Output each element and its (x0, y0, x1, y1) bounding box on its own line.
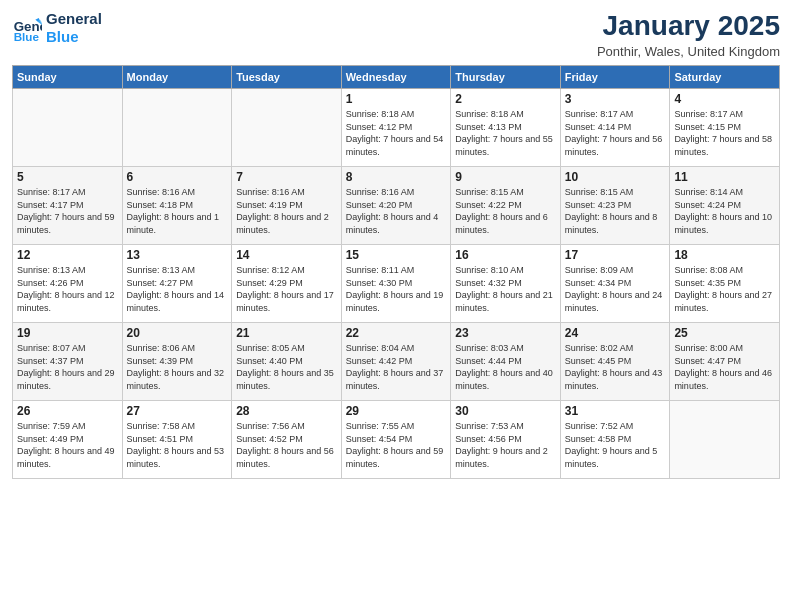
day-number: 2 (455, 92, 556, 106)
table-row: 16Sunrise: 8:10 AM Sunset: 4:32 PM Dayli… (451, 245, 561, 323)
day-number: 9 (455, 170, 556, 184)
table-row: 11Sunrise: 8:14 AM Sunset: 4:24 PM Dayli… (670, 167, 780, 245)
day-info: Sunrise: 8:11 AM Sunset: 4:30 PM Dayligh… (346, 264, 447, 314)
day-info: Sunrise: 8:09 AM Sunset: 4:34 PM Dayligh… (565, 264, 666, 314)
table-row (670, 401, 780, 479)
day-info: Sunrise: 8:13 AM Sunset: 4:26 PM Dayligh… (17, 264, 118, 314)
day-number: 7 (236, 170, 337, 184)
table-row: 28Sunrise: 7:56 AM Sunset: 4:52 PM Dayli… (232, 401, 342, 479)
day-number: 22 (346, 326, 447, 340)
table-row: 12Sunrise: 8:13 AM Sunset: 4:26 PM Dayli… (13, 245, 123, 323)
week-row-1: 5Sunrise: 8:17 AM Sunset: 4:17 PM Daylig… (13, 167, 780, 245)
day-number: 1 (346, 92, 447, 106)
calendar-table: Sunday Monday Tuesday Wednesday Thursday… (12, 65, 780, 479)
week-row-3: 19Sunrise: 8:07 AM Sunset: 4:37 PM Dayli… (13, 323, 780, 401)
day-number: 10 (565, 170, 666, 184)
day-info: Sunrise: 8:08 AM Sunset: 4:35 PM Dayligh… (674, 264, 775, 314)
day-number: 28 (236, 404, 337, 418)
day-number: 17 (565, 248, 666, 262)
table-row: 30Sunrise: 7:53 AM Sunset: 4:56 PM Dayli… (451, 401, 561, 479)
day-number: 31 (565, 404, 666, 418)
day-number: 26 (17, 404, 118, 418)
col-sunday: Sunday (13, 66, 123, 89)
col-monday: Monday (122, 66, 232, 89)
day-number: 4 (674, 92, 775, 106)
table-row (122, 89, 232, 167)
table-row: 25Sunrise: 8:00 AM Sunset: 4:47 PM Dayli… (670, 323, 780, 401)
day-number: 24 (565, 326, 666, 340)
day-info: Sunrise: 8:02 AM Sunset: 4:45 PM Dayligh… (565, 342, 666, 392)
day-info: Sunrise: 8:12 AM Sunset: 4:29 PM Dayligh… (236, 264, 337, 314)
table-row: 31Sunrise: 7:52 AM Sunset: 4:58 PM Dayli… (560, 401, 670, 479)
table-row: 14Sunrise: 8:12 AM Sunset: 4:29 PM Dayli… (232, 245, 342, 323)
title-area: January 2025 Ponthir, Wales, United King… (597, 10, 780, 59)
day-number: 12 (17, 248, 118, 262)
table-row: 19Sunrise: 8:07 AM Sunset: 4:37 PM Dayli… (13, 323, 123, 401)
day-info: Sunrise: 8:15 AM Sunset: 4:22 PM Dayligh… (455, 186, 556, 236)
svg-text:Blue: Blue (14, 30, 40, 43)
week-row-0: 1Sunrise: 8:18 AM Sunset: 4:12 PM Daylig… (13, 89, 780, 167)
day-number: 16 (455, 248, 556, 262)
table-row: 18Sunrise: 8:08 AM Sunset: 4:35 PM Dayli… (670, 245, 780, 323)
col-saturday: Saturday (670, 66, 780, 89)
day-info: Sunrise: 7:53 AM Sunset: 4:56 PM Dayligh… (455, 420, 556, 470)
table-row: 3Sunrise: 8:17 AM Sunset: 4:14 PM Daylig… (560, 89, 670, 167)
day-info: Sunrise: 8:17 AM Sunset: 4:15 PM Dayligh… (674, 108, 775, 158)
table-row: 23Sunrise: 8:03 AM Sunset: 4:44 PM Dayli… (451, 323, 561, 401)
day-number: 11 (674, 170, 775, 184)
logo-line2: Blue (46, 28, 102, 46)
col-thursday: Thursday (451, 66, 561, 89)
day-info: Sunrise: 7:58 AM Sunset: 4:51 PM Dayligh… (127, 420, 228, 470)
day-info: Sunrise: 8:16 AM Sunset: 4:20 PM Dayligh… (346, 186, 447, 236)
table-row (232, 89, 342, 167)
day-number: 5 (17, 170, 118, 184)
day-info: Sunrise: 8:18 AM Sunset: 4:13 PM Dayligh… (455, 108, 556, 158)
logo-icon: General Blue (12, 13, 42, 43)
day-info: Sunrise: 8:00 AM Sunset: 4:47 PM Dayligh… (674, 342, 775, 392)
table-row: 26Sunrise: 7:59 AM Sunset: 4:49 PM Dayli… (13, 401, 123, 479)
table-row: 22Sunrise: 8:04 AM Sunset: 4:42 PM Dayli… (341, 323, 451, 401)
col-friday: Friday (560, 66, 670, 89)
table-row: 5Sunrise: 8:17 AM Sunset: 4:17 PM Daylig… (13, 167, 123, 245)
day-info: Sunrise: 8:16 AM Sunset: 4:18 PM Dayligh… (127, 186, 228, 236)
day-info: Sunrise: 8:03 AM Sunset: 4:44 PM Dayligh… (455, 342, 556, 392)
day-info: Sunrise: 8:07 AM Sunset: 4:37 PM Dayligh… (17, 342, 118, 392)
day-info: Sunrise: 7:56 AM Sunset: 4:52 PM Dayligh… (236, 420, 337, 470)
table-row: 15Sunrise: 8:11 AM Sunset: 4:30 PM Dayli… (341, 245, 451, 323)
day-number: 3 (565, 92, 666, 106)
table-row: 17Sunrise: 8:09 AM Sunset: 4:34 PM Dayli… (560, 245, 670, 323)
day-number: 30 (455, 404, 556, 418)
day-number: 19 (17, 326, 118, 340)
table-row (13, 89, 123, 167)
day-number: 21 (236, 326, 337, 340)
month-title: January 2025 (597, 10, 780, 42)
table-row: 20Sunrise: 8:06 AM Sunset: 4:39 PM Dayli… (122, 323, 232, 401)
header-row: Sunday Monday Tuesday Wednesday Thursday… (13, 66, 780, 89)
day-number: 20 (127, 326, 228, 340)
day-number: 23 (455, 326, 556, 340)
table-row: 27Sunrise: 7:58 AM Sunset: 4:51 PM Dayli… (122, 401, 232, 479)
col-tuesday: Tuesday (232, 66, 342, 89)
day-info: Sunrise: 8:15 AM Sunset: 4:23 PM Dayligh… (565, 186, 666, 236)
day-info: Sunrise: 7:55 AM Sunset: 4:54 PM Dayligh… (346, 420, 447, 470)
table-row: 9Sunrise: 8:15 AM Sunset: 4:22 PM Daylig… (451, 167, 561, 245)
day-number: 18 (674, 248, 775, 262)
table-row: 21Sunrise: 8:05 AM Sunset: 4:40 PM Dayli… (232, 323, 342, 401)
table-row: 7Sunrise: 8:16 AM Sunset: 4:19 PM Daylig… (232, 167, 342, 245)
table-row: 10Sunrise: 8:15 AM Sunset: 4:23 PM Dayli… (560, 167, 670, 245)
table-row: 1Sunrise: 8:18 AM Sunset: 4:12 PM Daylig… (341, 89, 451, 167)
day-info: Sunrise: 8:06 AM Sunset: 4:39 PM Dayligh… (127, 342, 228, 392)
day-info: Sunrise: 8:17 AM Sunset: 4:14 PM Dayligh… (565, 108, 666, 158)
day-number: 6 (127, 170, 228, 184)
table-row: 6Sunrise: 8:16 AM Sunset: 4:18 PM Daylig… (122, 167, 232, 245)
day-info: Sunrise: 8:16 AM Sunset: 4:19 PM Dayligh… (236, 186, 337, 236)
day-number: 25 (674, 326, 775, 340)
table-row: 29Sunrise: 7:55 AM Sunset: 4:54 PM Dayli… (341, 401, 451, 479)
day-info: Sunrise: 8:17 AM Sunset: 4:17 PM Dayligh… (17, 186, 118, 236)
logo: General Blue General Blue (12, 10, 102, 46)
day-info: Sunrise: 8:18 AM Sunset: 4:12 PM Dayligh… (346, 108, 447, 158)
day-number: 15 (346, 248, 447, 262)
logo-line1: General (46, 10, 102, 28)
day-info: Sunrise: 8:05 AM Sunset: 4:40 PM Dayligh… (236, 342, 337, 392)
day-info: Sunrise: 8:10 AM Sunset: 4:32 PM Dayligh… (455, 264, 556, 314)
